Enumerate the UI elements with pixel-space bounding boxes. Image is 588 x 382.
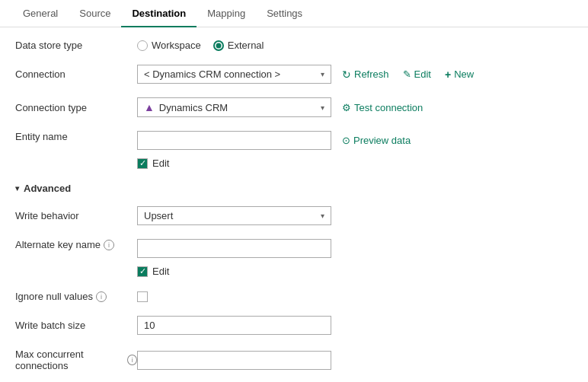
tab-settings[interactable]: Settings — [256, 0, 313, 27]
data-store-type-label: Data store type — [15, 40, 137, 51]
entity-name-edit-row: ✓ Edit — [137, 158, 169, 169]
form-content: Data store type Workspace External Conne… — [0, 27, 588, 382]
radio-external-circle — [213, 40, 224, 51]
data-store-type-controls: Workspace External — [137, 40, 264, 51]
entity-name-edit-label: Edit — [152, 158, 169, 169]
connection-row: Connection < Dynamics CRM connection > ▾… — [15, 65, 573, 84]
ignore-null-row: Ignore null values i — [15, 291, 573, 302]
write-batch-controls — [137, 316, 331, 335]
max-concurrent-row: Max concurrent connections i — [15, 349, 573, 371]
max-concurrent-input[interactable] — [137, 351, 331, 370]
write-behavior-select[interactable]: Upsert ▾ — [137, 206, 331, 225]
entity-name-input[interactable] — [137, 131, 331, 150]
connection-type-dropdown-arrow: ▾ — [321, 103, 324, 112]
preview-data-label: Preview data — [353, 135, 411, 146]
write-batch-input[interactable] — [137, 316, 331, 335]
write-batch-label: Write batch size — [15, 320, 137, 331]
tab-source[interactable]: Source — [69, 0, 121, 27]
ignore-null-label-inner: Ignore null values i — [15, 291, 137, 302]
connection-controls: < Dynamics CRM connection > ▾ ↻ Refresh … — [137, 65, 477, 84]
write-behavior-controls: Upsert ▾ — [137, 206, 331, 225]
alternate-key-label-inner: Alternate key name i — [15, 239, 137, 250]
new-connection-label: New — [454, 68, 474, 80]
max-concurrent-info-icon[interactable]: i — [127, 355, 137, 365]
alternate-key-check-icon: ✓ — [139, 266, 146, 276]
radio-external-label: External — [228, 40, 264, 51]
alternate-key-edit-label: Edit — [152, 266, 169, 277]
edit-connection-label: Edit — [414, 68, 431, 80]
entity-name-controls: ⊙ Preview data ✓ Edit — [137, 131, 414, 169]
data-store-type-row: Data store type Workspace External — [15, 40, 573, 51]
tab-general[interactable]: General — [12, 0, 69, 27]
checkbox-check-icon: ✓ — [139, 158, 146, 168]
tabs-bar: General Source Destination Mapping Setti… — [0, 0, 588, 27]
alternate-key-row: Alternate key name i ✓ Edit — [15, 239, 573, 277]
connection-type-label: Connection type — [15, 102, 137, 113]
tab-destination[interactable]: Destination — [121, 0, 197, 27]
preview-data-icon: ⊙ — [342, 135, 350, 146]
advanced-chevron-icon: ▾ — [15, 184, 19, 193]
entity-name-row: Entity name ⊙ Preview data ✓ Edit — [15, 131, 573, 169]
ignore-null-controls — [137, 291, 148, 302]
max-concurrent-controls — [137, 351, 331, 370]
ignore-null-label: Ignore null values i — [15, 291, 137, 302]
radio-external[interactable]: External — [213, 40, 264, 51]
test-connection-label: Test connection — [354, 102, 423, 113]
alternate-key-label: Alternate key name i — [15, 239, 137, 250]
radio-workspace-circle — [137, 40, 148, 51]
crm-icon: ▲ — [144, 101, 155, 113]
connection-dropdown-arrow: ▾ — [321, 70, 324, 78]
max-concurrent-text: Max concurrent connections — [15, 349, 124, 371]
write-batch-row: Write batch size — [15, 316, 573, 335]
radio-workspace[interactable]: Workspace — [137, 40, 201, 51]
alternate-key-info-icon[interactable]: i — [104, 240, 114, 250]
refresh-icon: ↻ — [342, 68, 351, 81]
edit-connection-button[interactable]: ✎ Edit — [400, 67, 434, 81]
connection-type-controls: ▲ Dynamics CRM ▾ ⚙ Test connection — [137, 97, 426, 117]
write-behavior-label: Write behavior — [15, 210, 137, 221]
write-behavior-value: Upsert — [144, 210, 173, 221]
refresh-button[interactable]: ↻ Refresh — [339, 67, 392, 82]
connection-select[interactable]: < Dynamics CRM connection > ▾ — [137, 65, 331, 84]
entity-name-label: Entity name — [15, 131, 137, 142]
write-behavior-dropdown-arrow: ▾ — [321, 212, 324, 220]
max-concurrent-label-inner: Max concurrent connections i — [15, 349, 137, 371]
write-behavior-row: Write behavior Upsert ▾ — [15, 206, 573, 225]
ignore-null-checkbox[interactable] — [137, 291, 148, 302]
test-connection-icon: ⚙ — [342, 102, 351, 113]
connection-type-select[interactable]: ▲ Dynamics CRM ▾ — [137, 97, 331, 117]
advanced-section-label: Advanced — [24, 183, 71, 194]
edit-connection-icon: ✎ — [403, 68, 411, 80]
new-connection-button[interactable]: + New — [442, 67, 477, 82]
connection-label: Connection — [15, 68, 137, 80]
preview-data-button[interactable]: ⊙ Preview data — [339, 133, 414, 148]
connection-select-value: < Dynamics CRM connection > — [144, 68, 280, 80]
radio-workspace-label: Workspace — [152, 40, 201, 51]
refresh-label: Refresh — [354, 68, 389, 80]
radio-group-store-type: Workspace External — [137, 40, 264, 51]
entity-name-edit-checkbox[interactable]: ✓ — [137, 158, 148, 169]
max-concurrent-label: Max concurrent connections i — [15, 349, 137, 371]
connection-type-value: Dynamics CRM — [159, 102, 228, 113]
new-connection-icon: + — [445, 68, 451, 81]
connection-type-content: ▲ Dynamics CRM — [144, 101, 228, 113]
ignore-null-info-icon[interactable]: i — [96, 291, 107, 302]
alternate-key-input[interactable] — [137, 239, 331, 258]
test-connection-button[interactable]: ⚙ Test connection — [339, 100, 426, 115]
tab-mapping[interactable]: Mapping — [197, 0, 256, 27]
alternate-key-edit-row: ✓ Edit — [137, 266, 169, 277]
alternate-key-controls: ✓ Edit — [137, 239, 331, 277]
alternate-key-text: Alternate key name — [15, 239, 101, 250]
connection-type-row: Connection type ▲ Dynamics CRM ▾ ⚙ Test … — [15, 97, 573, 117]
ignore-null-text: Ignore null values — [15, 291, 93, 302]
alternate-key-edit-checkbox[interactable]: ✓ — [137, 266, 148, 277]
advanced-section-header[interactable]: ▾ Advanced — [15, 183, 573, 194]
